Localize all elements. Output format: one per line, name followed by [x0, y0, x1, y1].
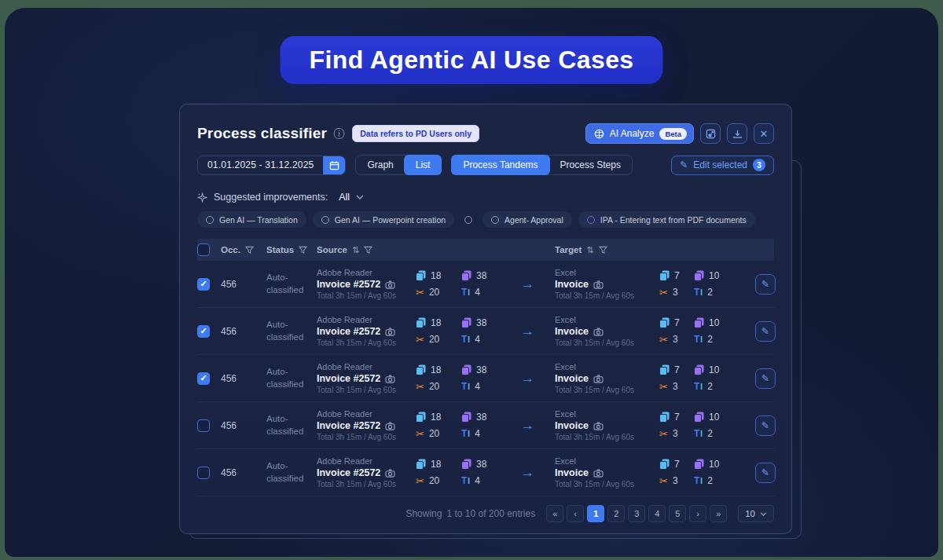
paste-icon: [461, 412, 472, 423]
tab-process-tandems[interactable]: Process Tandems: [451, 155, 549, 175]
suggested-improvements-row: Suggested improvements: All: [197, 190, 774, 204]
filter-chip[interactable]: Agent- Approval: [483, 211, 572, 228]
filter-chip[interactable]: Gen AI — Translation: [197, 211, 306, 228]
source-cell: Adobe Reader Invoice #2572 Total 3h 15m …: [317, 456, 416, 489]
pagination-prev[interactable]: ‹: [567, 505, 584, 522]
flow-arrow-icon: →: [516, 276, 555, 292]
sort-icon[interactable]: ⇅: [586, 245, 593, 255]
pagination-page[interactable]: 2: [607, 505, 625, 522]
row-edit-button[interactable]: ✎: [755, 321, 776, 342]
cut-icon: ✂: [416, 476, 424, 486]
row-checkbox[interactable]: ✓: [197, 278, 210, 291]
camera-icon: [385, 422, 395, 430]
flow-arrow-icon: →: [516, 324, 555, 339]
date-range-picker[interactable]: 01.01.2025 - 31.12.2025: [197, 156, 346, 175]
calendar-button[interactable]: [323, 156, 345, 175]
table-row: ✓ 456 Auto-classified Adobe Reader Invoi…: [197, 449, 774, 496]
page-size-select[interactable]: 10: [738, 505, 774, 522]
target-cut-count: 3: [673, 334, 678, 345]
pagination-next[interactable]: ›: [689, 505, 706, 522]
paste-icon: [461, 270, 472, 281]
source-meta: Total 3h 15m / Avg 60s: [317, 339, 396, 347]
cut-icon: ✂: [416, 287, 424, 298]
panel-header: Process classifier ⓘ Data refers to PD U…: [197, 123, 774, 144]
row-checkbox[interactable]: ✓: [197, 372, 210, 385]
row-edit-button[interactable]: ✎: [755, 274, 776, 295]
flow-arrow-icon: →: [516, 371, 555, 386]
target-cell: Excel Invoice Total 3h 15m / Avg 60s: [555, 315, 659, 347]
source-type-count: 4: [475, 381, 480, 392]
table-header: ✓ Occ. Status Source ⇅ Target ⇅: [197, 239, 774, 261]
tab-list[interactable]: List: [404, 155, 442, 175]
source-cut-count: 20: [429, 475, 439, 486]
open-window-button[interactable]: [700, 123, 721, 144]
download-button[interactable]: [727, 123, 747, 144]
paste-icon: [694, 364, 704, 375]
process-classifier-panel: Process classifier ⓘ Data refers to PD U…: [179, 104, 792, 534]
beta-badge: Beta: [659, 128, 687, 140]
select-all-checkbox[interactable]: ✓: [197, 243, 210, 256]
filter-chip[interactable]: IPA - Entering text from PDF documents: [578, 211, 755, 228]
filter-chip[interactable]: Gen AI — Powerpoint creation: [313, 211, 454, 228]
suggested-improvements-value[interactable]: All: [339, 192, 350, 203]
tab-graph[interactable]: Graph: [355, 155, 405, 175]
filter-icon[interactable]: [364, 246, 372, 254]
calendar-icon: [329, 160, 339, 170]
cut-icon: ✂: [659, 382, 668, 392]
row-edit-button[interactable]: ✎: [755, 463, 776, 483]
target-app: Excel: [555, 315, 576, 324]
filter-icon[interactable]: [245, 246, 254, 254]
table-row: ✓ 456 Auto-classified Adobe Reader Invoi…: [197, 402, 774, 449]
paste-icon: [694, 270, 704, 281]
target-copy-count: 7: [674, 459, 680, 470]
toolbar: 01.01.2025 - 31.12.2025 Graph List Proce…: [197, 155, 774, 175]
occurrence-count: 456: [221, 420, 266, 431]
row-edit-button[interactable]: ✎: [755, 415, 776, 436]
tab-process-steps[interactable]: Process Steps: [549, 155, 633, 175]
pagination-page[interactable]: 1: [587, 505, 604, 522]
pagination-last[interactable]: »: [710, 505, 727, 522]
pagination-first[interactable]: «: [546, 505, 563, 522]
view-tabs: Graph List: [355, 155, 442, 175]
pagination-page[interactable]: 4: [648, 505, 666, 522]
target-meta: Total 3h 15m / Avg 60s: [555, 339, 634, 347]
status-label: Auto-classified: [266, 366, 317, 390]
source-cell: Adobe Reader Invoice #2572 Total 3h 15m …: [317, 315, 416, 347]
source-cell: Adobe Reader Invoice #2572 Total 3h 15m …: [317, 409, 416, 441]
type-icon: TI: [694, 428, 703, 439]
row-checkbox[interactable]: ✓: [197, 325, 210, 338]
pagination-page[interactable]: 5: [669, 505, 686, 522]
filter-icon[interactable]: [599, 246, 607, 254]
row-checkbox[interactable]: ✓: [197, 419, 210, 432]
camera-icon: [385, 328, 395, 336]
target-app: Excel: [555, 268, 576, 277]
filter-icon[interactable]: [299, 246, 307, 254]
camera-icon: [385, 375, 395, 383]
row-checkbox[interactable]: ✓: [197, 467, 210, 479]
info-icon[interactable]: ⓘ: [333, 128, 344, 139]
flow-arrow-icon: →: [516, 465, 555, 481]
type-icon: TI: [694, 475, 703, 486]
edit-selected-button[interactable]: ✎ Edit selected 3: [671, 156, 774, 175]
radio-icon: [491, 216, 499, 224]
target-app: Excel: [555, 409, 576, 419]
ai-analyze-button[interactable]: AI Analyze Beta: [585, 123, 694, 144]
process-table: ✓ Occ. Status Source ⇅ Target ⇅ ✓: [197, 239, 774, 496]
chevron-down-icon[interactable]: [356, 195, 364, 199]
sort-icon[interactable]: ⇅: [352, 245, 359, 255]
source-paste-count: 38: [476, 317, 486, 328]
pagination-page[interactable]: 3: [628, 505, 645, 522]
occurrence-count: 456: [221, 326, 266, 337]
row-edit-button[interactable]: ✎: [755, 368, 776, 389]
filter-chip-label: Gen AI — Powerpoint creation: [335, 215, 446, 225]
close-button[interactable]: ✕: [754, 123, 774, 144]
copy-icon: [659, 459, 670, 470]
target-app: Excel: [555, 456, 576, 466]
target-paste-count: 10: [709, 412, 719, 423]
paste-icon: [461, 364, 472, 375]
source-cut-count: 20: [429, 334, 439, 345]
target-type-count: 2: [707, 475, 713, 486]
filter-chip[interactable]: [460, 211, 476, 228]
target-doc: Invoice: [555, 467, 589, 478]
copy-icon: [659, 364, 670, 375]
